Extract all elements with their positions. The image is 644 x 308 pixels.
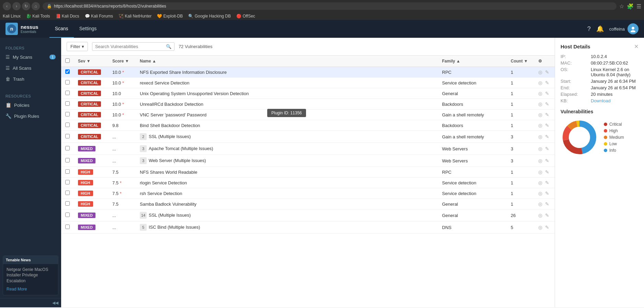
home-button[interactable]: ⌂ (32, 2, 40, 10)
name-cell[interactable]: Bind Shell Backdoor Detection (136, 120, 438, 131)
bookmark-kali-linux[interactable]: Kali Linux (3, 14, 21, 19)
score-sort[interactable]: Score ▼ (112, 59, 129, 64)
row-checkbox[interactable] (65, 123, 70, 127)
th-name[interactable]: Name ▲ (136, 56, 438, 67)
family-sort[interactable]: Family ▲ (442, 59, 460, 64)
sidebar-toggle[interactable]: ◀◀ (0, 298, 61, 307)
th-sev[interactable]: Sev ▼ (74, 56, 108, 67)
bell-icon[interactable]: 🔔 (596, 25, 604, 33)
sev-sort[interactable]: Sev ▼ (78, 59, 91, 64)
accept-risk-icon[interactable]: ◎ (538, 69, 542, 75)
row-checkbox[interactable] (65, 112, 70, 116)
row-checkbox[interactable] (65, 134, 70, 138)
name-cell[interactable]: rlogin Service Detection (136, 178, 438, 188)
name-cell[interactable]: 14SSL (Multiple Issues) (136, 209, 438, 221)
recast-risk-icon[interactable]: ✎ (545, 146, 549, 151)
recast-risk-icon[interactable]: ✎ (545, 213, 549, 218)
bookmark-offsec[interactable]: 🔴 OffSec (236, 14, 255, 19)
back-button[interactable]: ‹ (3, 2, 11, 10)
recast-risk-icon[interactable]: ✎ (545, 158, 549, 163)
accept-risk-icon[interactable]: ◎ (538, 191, 542, 196)
nav-settings[interactable]: Settings (74, 20, 102, 38)
sidebar-item-policies[interactable]: 📋 Policies (0, 100, 61, 111)
sidebar-item-trash[interactable]: 🗑 Trash (0, 73, 61, 84)
row-checkbox[interactable] (65, 169, 70, 174)
row-checkbox[interactable] (65, 158, 70, 162)
name-cell[interactable]: NFS Exported Share Information Disclosur… (136, 67, 438, 78)
accept-risk-icon[interactable]: ◎ (538, 91, 542, 96)
row-checkbox[interactable] (65, 80, 70, 84)
reload-button[interactable]: ↻ (22, 2, 30, 10)
sidebar-item-my-scans[interactable]: ☰ My Scans 1 (0, 52, 61, 62)
name-cell[interactable]: rsh Service Detection (136, 188, 438, 199)
recast-risk-icon[interactable]: ✎ (545, 91, 549, 96)
name-cell[interactable]: 3Apache Tomcat (Multiple Issues) (136, 143, 438, 155)
recast-risk-icon[interactable]: ✎ (545, 80, 549, 85)
filter-button[interactable]: Filter ▾ (67, 42, 88, 51)
accept-risk-icon[interactable]: ◎ (538, 158, 542, 163)
name-cell[interactable]: 3Web Server (Multiple Issues) (136, 155, 438, 167)
name-cell[interactable]: UnrealIRCd Backdoor Detection (136, 99, 438, 110)
name-cell[interactable]: Unix Operating System Unsupported Versio… (136, 88, 438, 99)
name-cell[interactable]: NFS Shares World Readable (136, 167, 438, 178)
nav-scans[interactable]: Scans (49, 20, 74, 38)
accept-risk-icon[interactable]: ◎ (538, 123, 542, 128)
panel-close-icon[interactable]: ✕ (634, 43, 639, 50)
accept-risk-icon[interactable]: ◎ (538, 180, 542, 185)
row-checkbox[interactable] (65, 213, 70, 217)
recast-risk-icon[interactable]: ✎ (545, 225, 549, 230)
address-bar[interactable]: 🔒 https://localhost:8834/#/scans/reports… (43, 2, 617, 10)
accept-risk-icon[interactable]: ◎ (538, 201, 542, 207)
row-checkbox[interactable] (65, 101, 70, 106)
menu-icon[interactable]: ☰ (636, 3, 641, 10)
table-container[interactable]: Sev ▼ Score ▼ Name ▲ Family ▲ Count ▼ ⚙ (61, 56, 555, 307)
accept-risk-icon[interactable]: ◎ (538, 213, 542, 218)
th-count[interactable]: Count ▼ (507, 56, 534, 67)
row-checkbox[interactable] (65, 201, 70, 206)
accept-risk-icon[interactable]: ◎ (538, 225, 542, 230)
select-all-checkbox[interactable] (65, 58, 70, 63)
name-cell[interactable]: 2SSL (Multiple Issues) (136, 131, 438, 143)
recast-risk-icon[interactable]: ✎ (545, 69, 549, 75)
row-checkbox[interactable] (65, 146, 70, 150)
name-cell[interactable]: Samba Badlock Vulnerability (136, 199, 438, 209)
read-more-link[interactable]: Read More (7, 287, 55, 292)
sidebar-item-all-scans[interactable]: ☰ All Scans (0, 62, 61, 73)
row-checkbox[interactable] (65, 91, 70, 95)
accept-risk-icon[interactable]: ◎ (538, 112, 542, 117)
recast-risk-icon[interactable]: ✎ (545, 112, 549, 117)
sidebar-item-plugin-rules[interactable]: 🔧 Plugin Rules (0, 111, 61, 122)
name-cell[interactable]: rexecd Service Detection (136, 78, 438, 88)
bookmark-google-hacking[interactable]: 🔍 Google Hacking DB (188, 14, 231, 19)
count-sort[interactable]: Count ▼ (511, 59, 528, 64)
row-checkbox[interactable] (65, 191, 70, 195)
star-icon[interactable]: ☆ (619, 3, 624, 10)
recast-risk-icon[interactable]: ✎ (545, 180, 549, 185)
accept-risk-icon[interactable]: ◎ (538, 134, 542, 139)
name-sort[interactable]: Name ▲ (140, 59, 156, 64)
row-checkbox[interactable] (65, 225, 70, 229)
row-checkbox[interactable] (65, 69, 70, 74)
recast-risk-icon[interactable]: ✎ (545, 191, 549, 196)
help-icon[interactable]: ? (587, 25, 591, 33)
bookmark-kali-tools[interactable]: 🐉 Kali Tools (26, 14, 50, 19)
user-menu[interactable]: coffeina (609, 23, 639, 34)
th-score[interactable]: Score ▼ (108, 56, 136, 67)
recast-risk-icon[interactable]: ✎ (545, 134, 549, 139)
extensions-icon[interactable]: 🧩 (627, 3, 634, 10)
recast-risk-icon[interactable]: ✎ (545, 169, 549, 175)
search-input[interactable] (95, 44, 164, 49)
bookmark-kali-docs[interactable]: 📕 Kali Docs (56, 14, 79, 19)
name-cell[interactable]: 5ISC Bind (Multiple Issues) (136, 221, 438, 233)
bookmark-kali-nethunter[interactable]: 🏹 Kali NetHunter (118, 14, 151, 19)
recast-risk-icon[interactable]: ✎ (545, 123, 549, 128)
accept-risk-icon[interactable]: ◎ (538, 146, 542, 151)
bookmark-kali-forums[interactable]: 💬 Kali Forums (85, 14, 113, 19)
th-family[interactable]: Family ▲ (438, 56, 507, 67)
th-settings[interactable]: ⚙ (534, 56, 555, 67)
accept-risk-icon[interactable]: ◎ (538, 169, 542, 175)
accept-risk-icon[interactable]: ◎ (538, 101, 542, 107)
recast-risk-icon[interactable]: ✎ (545, 201, 549, 207)
row-checkbox[interactable] (65, 180, 70, 184)
download-link[interactable]: Download (591, 98, 639, 103)
